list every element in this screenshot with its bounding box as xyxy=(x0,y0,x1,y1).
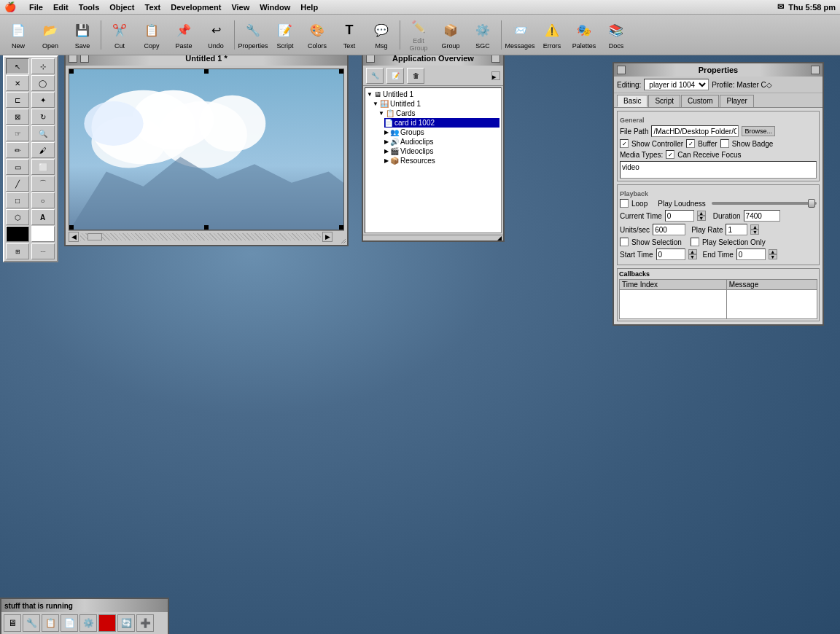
tool-magnify[interactable]: 🔍 xyxy=(31,125,55,141)
callbacks-message-cell[interactable] xyxy=(726,290,817,319)
toolbar-open-btn[interactable]: 📂 Open xyxy=(35,17,66,53)
callbacks-time-cell[interactable] xyxy=(620,290,727,319)
tool-oval[interactable]: ○ xyxy=(31,192,55,208)
menu-object[interactable]: Object xyxy=(109,3,134,12)
handle-br[interactable] xyxy=(339,225,343,230)
current-time-input[interactable] xyxy=(665,210,694,222)
tool-polygon[interactable]: ⬡ xyxy=(6,209,29,225)
taskbar-icon-6[interactable]: 🔄 xyxy=(117,614,135,632)
start-time-input[interactable] xyxy=(656,248,685,260)
tab-player[interactable]: Player xyxy=(720,95,753,107)
tool-arrow[interactable]: ↖ xyxy=(6,58,29,74)
tool-extra1[interactable]: ⊞ xyxy=(6,243,29,259)
tool-color-swatch2[interactable] xyxy=(31,226,55,242)
loudness-slider[interactable] xyxy=(712,202,817,205)
handle-tl[interactable] xyxy=(69,69,74,74)
tree-item[interactable]: ▶ 🎬 Videoclips xyxy=(384,146,499,156)
overview-purge-btn[interactable]: 🗑 xyxy=(407,68,424,84)
toolbar-docs-btn[interactable]: 📚 Docs xyxy=(601,17,631,53)
toolbar-sgc-btn[interactable]: ⚙️ SGC xyxy=(467,17,498,53)
handle-bm[interactable] xyxy=(204,225,209,230)
props-close-btn[interactable] xyxy=(617,66,626,74)
stepper-up[interactable]: ▲ xyxy=(688,249,697,254)
tool-line[interactable]: ╱ xyxy=(6,176,29,192)
tree-item[interactable]: ▼ 📋 Cards xyxy=(378,109,499,118)
tool-fill[interactable]: ⬜ xyxy=(31,159,55,175)
tool-curve[interactable]: ⌒ xyxy=(31,176,55,192)
duration-input[interactable] xyxy=(744,210,780,222)
toolbar-new-btn[interactable]: 📄 New xyxy=(3,17,34,53)
browse-btn[interactable]: Browse... xyxy=(742,126,775,136)
overview-script-btn[interactable]: 📝 xyxy=(386,68,404,84)
start-time-stepper[interactable]: ▲ ▼ xyxy=(688,249,697,259)
taskbar-icon-1[interactable]: 🔧 xyxy=(23,614,40,632)
toolbar-editgroup-btn[interactable]: ✏️ Edit Group xyxy=(403,17,434,53)
toolbar-messages-btn[interactable]: 📨 Messages xyxy=(505,17,535,53)
toolbar-copy-btn[interactable]: 📋 Copy xyxy=(136,17,167,53)
tab-basic[interactable]: Basic xyxy=(617,95,648,107)
tool-magic-wand[interactable]: ✦ xyxy=(31,92,55,108)
overview-arrow-btn[interactable]: ▸ xyxy=(491,71,500,80)
buffer-checkbox[interactable] xyxy=(686,139,695,148)
menu-text[interactable]: Text xyxy=(144,3,160,12)
tree-item[interactable]: ▼ 🖥 Untitled 1 xyxy=(367,90,499,99)
menu-window[interactable]: Window xyxy=(260,3,290,12)
tool-text-tool[interactable]: A xyxy=(31,209,55,225)
toolbar-properties-btn[interactable]: 🔧 Properties xyxy=(238,17,268,53)
tool-pencil[interactable]: ✏ xyxy=(6,142,29,158)
handle-tr[interactable] xyxy=(339,69,343,74)
menu-view[interactable]: View xyxy=(231,3,249,12)
tool-lasso[interactable]: ⊏ xyxy=(6,92,29,108)
editing-select[interactable]: player id 1004 xyxy=(644,79,709,90)
taskbar-icon-7[interactable]: ➕ xyxy=(136,614,154,632)
tool-brush[interactable]: 🖌 xyxy=(31,142,55,158)
tree-item[interactable]: ▼ 🪟 Untitled 1 xyxy=(373,99,499,109)
filepath-input[interactable] xyxy=(651,125,739,137)
tab-script[interactable]: Script xyxy=(648,95,680,107)
menu-help[interactable]: Help xyxy=(300,3,318,12)
tool-extra2[interactable]: ⋯ xyxy=(31,243,55,259)
taskbar-icon-3[interactable]: 📄 xyxy=(61,614,78,632)
toolbar-paste-btn[interactable]: 📌 Paste xyxy=(168,17,199,53)
play-selection-checkbox[interactable] xyxy=(691,238,699,246)
taskbar-icon-2[interactable]: 📋 xyxy=(42,614,59,632)
menu-tools[interactable]: Tools xyxy=(79,3,100,12)
tool-color-swatch[interactable] xyxy=(6,226,29,242)
tool-rotate[interactable]: ↻ xyxy=(31,109,55,125)
toolbar-group-btn[interactable]: 📦 Group xyxy=(435,17,466,53)
apple-menu[interactable]: 🍎 xyxy=(4,1,16,12)
stepper-down[interactable]: ▼ xyxy=(697,216,706,221)
loudness-thumb[interactable] xyxy=(808,199,815,208)
menu-file[interactable]: File xyxy=(29,3,43,12)
taskbar-icon-4[interactable]: ⚙️ xyxy=(79,614,97,632)
play-rate-input[interactable] xyxy=(726,224,747,235)
current-time-stepper[interactable]: ▲ ▼ xyxy=(697,211,706,221)
play-rate-stepper[interactable]: ▲ ▼ xyxy=(750,224,759,235)
tree-item-selected[interactable]: 📄 card id 1002 xyxy=(384,118,499,128)
end-time-stepper[interactable]: ▲ ▼ xyxy=(769,249,777,259)
handle-bl[interactable] xyxy=(69,225,74,230)
stepper-up[interactable]: ▲ xyxy=(750,224,759,230)
stepper-up[interactable]: ▲ xyxy=(697,211,706,216)
loop-checkbox[interactable] xyxy=(620,199,629,208)
tree-item[interactable]: ▶ 👥 Groups xyxy=(384,128,499,137)
show-selection-checkbox[interactable] xyxy=(620,238,629,246)
menu-development[interactable]: Development xyxy=(171,3,221,12)
handle-tm[interactable] xyxy=(204,69,209,74)
scroll-left-btn[interactable]: ◀ xyxy=(69,232,79,242)
toolbar-palettes-btn[interactable]: 🎭 Palettes xyxy=(569,17,599,53)
toolbar-cut-btn[interactable]: ✂️ Cut xyxy=(104,17,135,53)
resize-handle[interactable] xyxy=(337,235,346,243)
toolbar-script-btn[interactable]: 📝 Script xyxy=(270,17,300,53)
tool-hand[interactable]: ☞ xyxy=(6,125,29,141)
menu-edit[interactable]: Edit xyxy=(53,3,69,12)
tool-circle-select[interactable]: ◯ xyxy=(31,75,55,91)
end-time-input[interactable] xyxy=(736,248,766,260)
tab-custom[interactable]: Custom xyxy=(681,95,719,107)
overview-props-btn[interactable]: 🔧 xyxy=(366,68,384,84)
toolbar-text-btn[interactable]: T Text xyxy=(334,17,365,53)
tree-item[interactable]: ▶ 📦 Resources xyxy=(384,156,499,165)
taskbar-icon-0[interactable]: 🖥 xyxy=(4,614,21,632)
scroll-right-btn[interactable]: ▶ xyxy=(322,232,332,242)
stepper-down[interactable]: ▼ xyxy=(769,254,777,259)
